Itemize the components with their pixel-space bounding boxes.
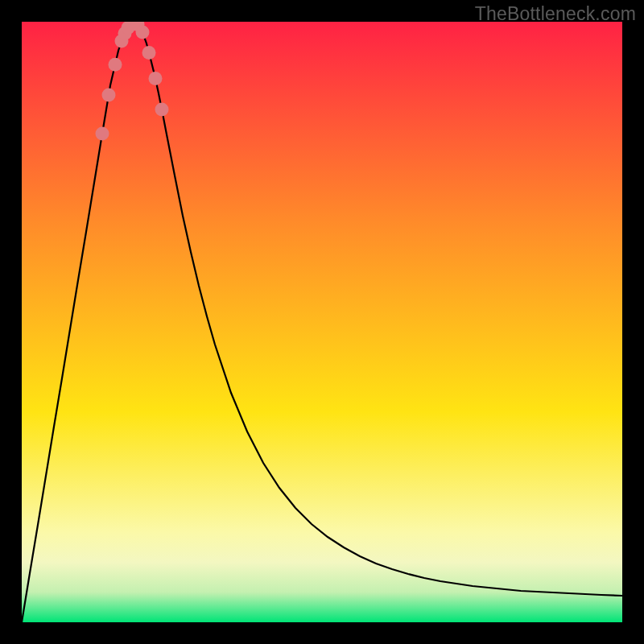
watermark-text: TheBottleneck.com bbox=[475, 3, 636, 25]
data-marker bbox=[109, 58, 122, 72]
data-marker bbox=[136, 26, 150, 39]
bottleneck-chart bbox=[22, 22, 622, 622]
data-marker bbox=[149, 72, 163, 85]
chart-frame: TheBottleneck.com bbox=[0, 0, 644, 644]
data-marker bbox=[96, 127, 109, 141]
data-marker bbox=[155, 103, 169, 117]
data-marker bbox=[102, 89, 116, 102]
data-marker bbox=[142, 46, 156, 60]
plot-area bbox=[22, 22, 622, 622]
